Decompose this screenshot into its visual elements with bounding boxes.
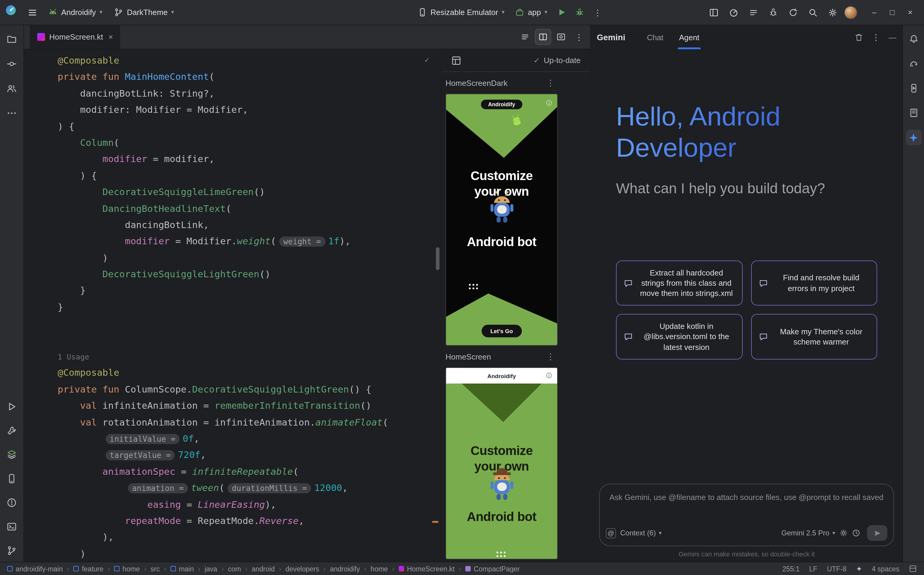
more-tool-windows-button[interactable] (4, 105, 19, 121)
settings-button[interactable] (824, 4, 841, 21)
gemini-tool-button[interactable] (906, 130, 921, 145)
breadcrumb-item[interactable]: androidify-main (7, 565, 63, 572)
preview-menu-button[interactable]: ⋮ (546, 79, 555, 87)
code-editor[interactable]: @Composableprivate fun MainHomeContent( … (24, 49, 441, 562)
panel-options-button[interactable]: ⋮ (872, 33, 880, 41)
main-menu-button[interactable] (24, 4, 41, 21)
notifications-button[interactable] (906, 31, 921, 47)
chevron-down-icon: ▾ (545, 10, 547, 15)
tab-homescreen-kt[interactable]: HomeScreen.kt × (30, 25, 120, 49)
code-view-button[interactable] (517, 29, 533, 44)
more-run-actions-button[interactable]: ⋮ (589, 4, 606, 21)
breadcrumb-item[interactable]: com (228, 565, 241, 572)
preview-layout-button[interactable] (452, 56, 461, 65)
tab-chat[interactable]: Chat (646, 25, 665, 49)
build-variants-tool-button[interactable] (4, 446, 19, 462)
build-tool-button[interactable] (4, 423, 19, 438)
gemini-input[interactable] (608, 492, 885, 502)
debug-button[interactable] (571, 4, 588, 21)
search-everywhere-button[interactable] (805, 4, 821, 21)
suggestion-card[interactable]: Extract all hardcoded strings from this … (616, 260, 743, 306)
device-selector[interactable]: Resizable Emulator ▾ (413, 5, 509, 20)
breadcrumb-item[interactable]: developers (285, 565, 320, 572)
preview-app-name: Androidify (488, 372, 516, 379)
project-tool-button[interactable] (4, 31, 19, 47)
logcat-button[interactable] (745, 4, 762, 21)
device-explorer-tool-button[interactable] (906, 105, 921, 121)
profiler-button[interactable] (725, 4, 742, 21)
app-insights-button[interactable] (765, 4, 782, 21)
close-tab-icon[interactable]: × (108, 32, 113, 41)
split-view-button[interactable] (536, 29, 550, 44)
device-manager-tool-button[interactable] (4, 470, 19, 486)
emulator-phone-icon (418, 8, 427, 17)
branch-name: DarkTheme (127, 8, 168, 17)
editor-tab-bar: HomeScreen.kt × ⋮ (24, 25, 590, 49)
problems-tool-button[interactable] (4, 495, 19, 510)
layout-inspector-button[interactable] (705, 4, 722, 21)
close-button[interactable]: × (901, 3, 919, 21)
run-tool-button[interactable] (4, 399, 19, 414)
tab-agent[interactable]: Agent (678, 25, 701, 49)
breadcrumb-item[interactable]: main (170, 565, 194, 572)
ai-status-icon[interactable]: ✦ (856, 564, 862, 573)
history-button[interactable] (852, 529, 860, 537)
breadcrumb-item[interactable]: HomeScreen.kt (399, 565, 455, 572)
breadcrumb-item[interactable]: androidify (330, 565, 360, 572)
gemini-header: Gemini Chat Agent ⋮ — (591, 25, 902, 49)
dots-decoration (496, 551, 498, 553)
terminal-tool-button[interactable] (4, 519, 19, 534)
line-separator[interactable]: LF (809, 565, 817, 572)
chevron-down-icon: ▾ (100, 10, 102, 15)
tab-options-button[interactable]: ⋮ (572, 29, 587, 44)
run-config-selector[interactable]: app ▾ (511, 5, 552, 20)
branch-selector[interactable]: DarkTheme ▾ (110, 5, 179, 20)
editor-scrollbar[interactable] (436, 247, 439, 270)
breadcrumb-item[interactable]: src (151, 565, 160, 572)
caret-position[interactable]: 255:1 (782, 565, 800, 572)
version-control-tool-button[interactable] (4, 543, 19, 558)
running-devices-tool-button[interactable] (906, 80, 921, 96)
breadcrumb-item[interactable]: CompactPager (465, 565, 520, 572)
indent-setting[interactable]: 4 spaces (872, 565, 899, 572)
user-avatar[interactable] (844, 6, 857, 19)
model-selector[interactable]: Gemini 2.5 Pro ▾ (781, 529, 835, 537)
gemini-settings-button[interactable] (839, 529, 848, 537)
scrollbar-change-marker (432, 521, 438, 523)
breadcrumb-item[interactable]: feature (73, 565, 103, 572)
context-selector[interactable]: Context (6) ▾ (620, 529, 662, 537)
clear-chat-button[interactable] (854, 33, 864, 42)
suggestion-card[interactable]: Make my Theme's color scheme warmer (751, 314, 877, 359)
suggestion-card[interactable]: Update kotlin in @libs.version.toml to t… (616, 314, 743, 359)
hide-panel-button[interactable]: — (889, 33, 896, 42)
file-encoding[interactable]: UTF-8 (827, 565, 846, 572)
preview-menu-button[interactable]: ⋮ (546, 352, 555, 361)
breadcrumb-item[interactable]: home (371, 565, 388, 572)
module-icon (73, 566, 79, 572)
gemini-panel-title: Gemini (597, 32, 625, 42)
gradle-tool-button[interactable] (906, 56, 921, 71)
mini-bot-icon (512, 391, 526, 405)
breadcrumb-separator: › (279, 565, 281, 572)
project-selector[interactable]: Androidify ▾ (43, 5, 107, 20)
minimize-button[interactable]: – (865, 3, 883, 21)
sync-project-button[interactable] (785, 4, 802, 21)
tab-title: HomeScreen.kt (49, 32, 103, 41)
pull-requests-tool-button[interactable] (4, 80, 19, 96)
suggestion-card[interactable]: Find and resolve build errors in my proj… (751, 260, 877, 306)
run-button[interactable] (553, 4, 570, 21)
design-view-button[interactable] (553, 29, 569, 44)
send-button[interactable] (867, 525, 887, 541)
status-layout-icon[interactable] (909, 565, 917, 573)
breadcrumb-item[interactable]: android (252, 565, 275, 572)
preview-cta-button: Let's Go (481, 325, 522, 337)
inspections-ok-icon[interactable]: ✓ (425, 55, 429, 64)
context-at-icon[interactable]: @ (606, 528, 616, 538)
breadcrumb-item[interactable]: java (204, 565, 217, 572)
breadcrumb-item[interactable]: home (114, 565, 140, 572)
commit-tool-button[interactable] (4, 56, 19, 71)
maximize-button[interactable]: □ (883, 3, 901, 21)
preview-status: ✓ Up-to-date (533, 56, 580, 65)
title-bar: Androidify ▾ DarkTheme ▾ Resizable Emula… (0, 0, 924, 25)
preview-headline: Customize (446, 168, 557, 183)
